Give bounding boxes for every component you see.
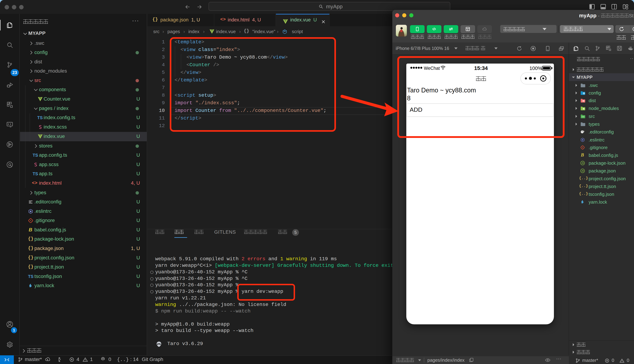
svg-text:JS: JS [581, 170, 584, 172]
svg-text:JS: JS [581, 162, 584, 164]
